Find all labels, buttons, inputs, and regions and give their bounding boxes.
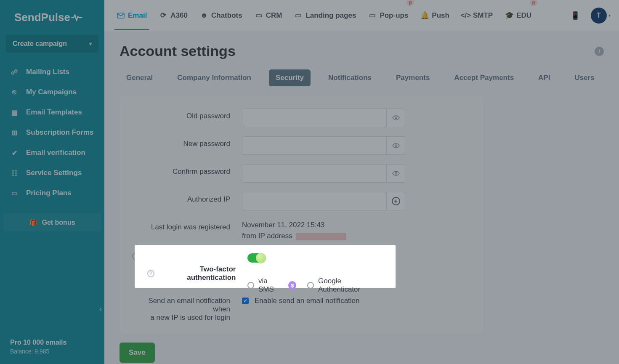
ip-notification-label: Send an email notification when a new IP… — [132, 297, 242, 322]
tab-general[interactable]: General — [120, 69, 159, 86]
confirm-password-input[interactable] — [242, 164, 387, 183]
chat-icon: ☻ — [200, 12, 208, 19]
mobile-icon[interactable]: 📱 — [571, 11, 580, 20]
chevron-down-icon: ▾ — [608, 13, 611, 18]
security-panel: Old password New password Confirm passwo… — [120, 96, 483, 334]
gift-icon: 🎁 — [29, 218, 37, 226]
create-campaign-button[interactable]: Create campaign ▾ — [6, 35, 98, 53]
new-password-label: New password — [132, 136, 242, 148]
sidebar-item-pricing-plans[interactable]: ▭Pricing Plans — [0, 183, 104, 203]
tab-users[interactable]: Users — [568, 69, 601, 86]
get-bonus-button[interactable]: 🎁 Get bonus — [3, 213, 101, 231]
page-icon: ▭ — [295, 12, 302, 19]
confirm-password-label: Confirm password — [132, 164, 242, 176]
enable-ip-email-checkbox[interactable]: ✔ — [242, 298, 249, 304]
template-icon: ▦ — [10, 108, 19, 117]
beta-badge: β — [530, 0, 537, 6]
topnav-popups[interactable]: ▭Pop-upsβ — [369, 1, 408, 30]
help-icon[interactable]: ? — [147, 270, 154, 277]
sidebar-item-my-campaigns[interactable]: ⎋My Campaigns — [0, 82, 104, 102]
bell-icon: 🔔 — [421, 12, 428, 19]
tab-security[interactable]: Security — [269, 69, 311, 86]
redacted-ip — [296, 233, 346, 240]
plan-title: Pro 10 000 emails — [10, 339, 66, 346]
sliders-icon: ☷ — [10, 169, 19, 177]
sidebar-item-service-settings[interactable]: ☷Service Settings — [0, 163, 104, 183]
tab-api[interactable]: API — [531, 69, 557, 86]
edu-icon: 🎓 — [505, 12, 513, 19]
pulse-icon — [71, 13, 83, 22]
card-icon: ▭ — [10, 189, 19, 197]
topnav-email[interactable]: Email — [117, 1, 147, 30]
save-button[interactable]: Save — [120, 343, 155, 363]
add-ip-button[interactable]: + — [387, 192, 405, 210]
paid-badge-icon: $ — [288, 281, 296, 290]
svg-point-3 — [395, 173, 397, 174]
address-book-icon: ☍ — [10, 68, 19, 76]
toggle-visibility-button[interactable] — [387, 164, 405, 183]
tab-notifications[interactable]: Notifications — [321, 69, 378, 86]
sidebar-item-subscription-forms[interactable]: ⊞Subscription Forms — [0, 122, 104, 143]
sidebar-item-mailing-lists[interactable]: ☍Mailing Lists — [0, 62, 104, 82]
beta-badge: β — [406, 0, 414, 6]
authorized-ip-input[interactable] — [242, 192, 387, 210]
topnav-chatbots[interactable]: ☻Chatbots — [200, 1, 242, 30]
new-password-input[interactable] — [242, 136, 387, 155]
topnav-a360[interactable]: ⟳A360 — [159, 1, 188, 30]
topbar: Email ⟳A360 ☻Chatbots ▭CRM ▭Landing page… — [104, 0, 619, 31]
brand-logo: SendPulse — [0, 0, 104, 32]
last-login-value: November 11, 2022 15:43 from IP address — [242, 220, 471, 242]
sidebar-item-email-verification[interactable]: ✔Email verification — [0, 143, 104, 163]
eye-icon — [392, 143, 400, 148]
page-title: Account settings — [120, 43, 236, 59]
campaign-icon: ⎋ — [10, 88, 19, 96]
topnav-smtp[interactable]: </>SMTP — [462, 1, 493, 30]
eye-icon — [392, 171, 400, 176]
avatar: T — [591, 8, 607, 24]
crm-icon: ▭ — [255, 12, 263, 19]
authorized-ip-label: Authorized IP — [132, 192, 242, 204]
sidebar: SendPulse Create campaign ▾ ☍Mailing Lis… — [0, 0, 104, 364]
twofa-google-auth-radio[interactable]: Google Authenticator — [307, 277, 383, 294]
svg-point-2 — [395, 145, 397, 146]
plus-circle-icon: + — [392, 197, 400, 205]
code-icon: </> — [462, 12, 470, 19]
form-icon: ⊞ — [10, 128, 19, 137]
topnav-push[interactable]: 🔔Push — [421, 1, 449, 30]
toggle-visibility-button[interactable] — [387, 136, 405, 155]
old-password-input[interactable] — [242, 109, 387, 127]
topnav-edu[interactable]: 🎓EDUβ — [505, 1, 531, 30]
twofa-label: Two-factor authentication — [158, 265, 236, 282]
plan-info: Pro 10 000 emails Balance: 9,985 — [10, 339, 66, 355]
chevron-down-icon: ▾ — [89, 41, 92, 47]
info-icon[interactable]: i — [595, 47, 604, 56]
twofa-toggle[interactable] — [247, 253, 265, 263]
user-menu[interactable]: T ▾ — [591, 8, 611, 24]
topnav-landing-pages[interactable]: ▭Landing pages — [295, 1, 356, 30]
last-login-label: Last login was registered — [132, 220, 242, 231]
svg-rect-0 — [117, 13, 124, 18]
tab-accept-payments[interactable]: Accept Payments — [447, 69, 521, 86]
toggle-visibility-button[interactable] — [387, 109, 405, 127]
eye-icon — [392, 115, 400, 120]
svg-point-1 — [395, 117, 397, 119]
tab-company-information[interactable]: Company Information — [170, 69, 258, 86]
old-password-label: Old password — [132, 109, 242, 120]
twofa-via-sms-radio[interactable]: via SMS$ — [247, 277, 296, 294]
tab-payments[interactable]: Payments — [389, 69, 436, 86]
mail-icon — [117, 12, 125, 19]
a360-icon: ⟳ — [159, 12, 167, 19]
topnav-crm[interactable]: ▭CRM — [255, 1, 282, 30]
collapse-sidebar-button[interactable]: ‹ — [99, 305, 102, 314]
sidebar-item-email-templates[interactable]: ▦Email Templates — [0, 102, 104, 122]
plan-balance: Balance: 9,985 — [10, 348, 66, 355]
settings-tabs: General Company Information Security Not… — [120, 69, 604, 86]
enable-ip-email-label: Enable send an email notification — [255, 297, 360, 305]
popup-icon: ▭ — [369, 12, 376, 19]
sidebar-nav: ☍Mailing Lists ⎋My Campaigns ▦Email Temp… — [0, 60, 104, 205]
check-circle-icon: ✔ — [10, 149, 19, 157]
